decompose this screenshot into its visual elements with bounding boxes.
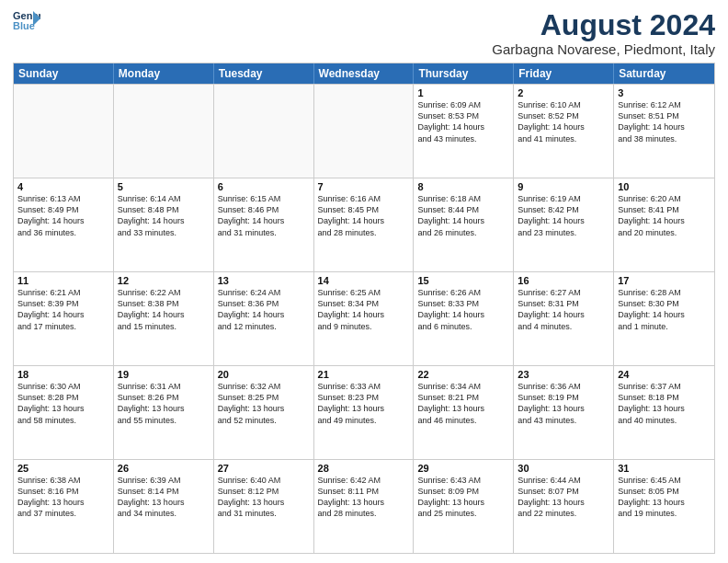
day-cell-19: 19Sunrise: 6:31 AM Sunset: 8:26 PM Dayli… bbox=[114, 366, 214, 459]
title-block: August 2024 Garbagna Novarese, Piedmont,… bbox=[492, 9, 715, 57]
day-info: Sunrise: 6:16 AM Sunset: 8:45 PM Dayligh… bbox=[318, 193, 410, 238]
logo-icon: General Blue bbox=[13, 9, 40, 31]
day-number: 18 bbox=[17, 369, 109, 380]
day-cell-28: 28Sunrise: 6:42 AM Sunset: 8:11 PM Dayli… bbox=[314, 460, 415, 553]
svg-text:Blue: Blue bbox=[13, 20, 35, 31]
header-day-wednesday: Wednesday bbox=[314, 63, 415, 84]
day-cell-16: 16Sunrise: 6:27 AM Sunset: 8:31 PM Dayli… bbox=[514, 272, 614, 365]
page: General Blue August 2024 Garbagna Novare… bbox=[0, 0, 728, 563]
day-cell-2: 2Sunrise: 6:10 AM Sunset: 8:52 PM Daylig… bbox=[514, 85, 614, 178]
day-number: 26 bbox=[118, 463, 210, 474]
day-cell-7: 7Sunrise: 6:16 AM Sunset: 8:45 PM Daylig… bbox=[314, 178, 415, 271]
day-info: Sunrise: 6:28 AM Sunset: 8:30 PM Dayligh… bbox=[618, 287, 711, 332]
day-cell-15: 15Sunrise: 6:26 AM Sunset: 8:33 PM Dayli… bbox=[414, 272, 514, 365]
day-number: 5 bbox=[118, 181, 210, 192]
day-info: Sunrise: 6:22 AM Sunset: 8:38 PM Dayligh… bbox=[118, 287, 210, 332]
calendar-header: SundayMondayTuesdayWednesdayThursdayFrid… bbox=[14, 63, 714, 84]
day-info: Sunrise: 6:26 AM Sunset: 8:33 PM Dayligh… bbox=[417, 287, 509, 332]
day-cell-10: 10Sunrise: 6:20 AM Sunset: 8:41 PM Dayli… bbox=[614, 178, 714, 271]
day-number: 16 bbox=[518, 275, 609, 286]
day-info: Sunrise: 6:33 AM Sunset: 8:23 PM Dayligh… bbox=[318, 381, 410, 426]
day-info: Sunrise: 6:34 AM Sunset: 8:21 PM Dayligh… bbox=[417, 381, 509, 426]
header-day-sunday: Sunday bbox=[14, 63, 114, 84]
day-number: 17 bbox=[618, 275, 711, 286]
day-info: Sunrise: 6:12 AM Sunset: 8:51 PM Dayligh… bbox=[618, 99, 711, 144]
day-info: Sunrise: 6:14 AM Sunset: 8:48 PM Dayligh… bbox=[118, 193, 210, 238]
day-number: 28 bbox=[318, 463, 410, 474]
day-info: Sunrise: 6:43 AM Sunset: 8:09 PM Dayligh… bbox=[417, 475, 509, 520]
day-number: 24 bbox=[618, 369, 711, 380]
day-number: 2 bbox=[518, 87, 609, 98]
empty-cell-0-1 bbox=[114, 85, 214, 178]
day-info: Sunrise: 6:20 AM Sunset: 8:41 PM Dayligh… bbox=[618, 193, 711, 238]
day-info: Sunrise: 6:18 AM Sunset: 8:44 PM Dayligh… bbox=[417, 193, 509, 238]
calendar: SundayMondayTuesdayWednesdayThursdayFrid… bbox=[13, 63, 715, 554]
day-cell-1: 1Sunrise: 6:09 AM Sunset: 8:53 PM Daylig… bbox=[414, 85, 514, 178]
day-info: Sunrise: 6:25 AM Sunset: 8:34 PM Dayligh… bbox=[318, 287, 410, 332]
day-info: Sunrise: 6:45 AM Sunset: 8:05 PM Dayligh… bbox=[618, 475, 711, 520]
day-number: 3 bbox=[618, 87, 711, 98]
day-info: Sunrise: 6:40 AM Sunset: 8:12 PM Dayligh… bbox=[218, 475, 310, 520]
day-number: 11 bbox=[17, 275, 109, 286]
day-info: Sunrise: 6:21 AM Sunset: 8:39 PM Dayligh… bbox=[17, 287, 109, 332]
day-cell-22: 22Sunrise: 6:34 AM Sunset: 8:21 PM Dayli… bbox=[414, 366, 514, 459]
day-cell-5: 5Sunrise: 6:14 AM Sunset: 8:48 PM Daylig… bbox=[114, 178, 214, 271]
day-cell-6: 6Sunrise: 6:15 AM Sunset: 8:46 PM Daylig… bbox=[214, 178, 314, 271]
day-cell-30: 30Sunrise: 6:44 AM Sunset: 8:07 PM Dayli… bbox=[514, 460, 614, 553]
day-number: 30 bbox=[518, 463, 609, 474]
empty-cell-0-2 bbox=[214, 85, 314, 178]
day-info: Sunrise: 6:09 AM Sunset: 8:53 PM Dayligh… bbox=[417, 99, 509, 144]
header-day-monday: Monday bbox=[114, 63, 214, 84]
calendar-row-3: 18Sunrise: 6:30 AM Sunset: 8:28 PM Dayli… bbox=[14, 365, 714, 459]
day-info: Sunrise: 6:36 AM Sunset: 8:19 PM Dayligh… bbox=[518, 381, 609, 426]
day-info: Sunrise: 6:31 AM Sunset: 8:26 PM Dayligh… bbox=[118, 381, 210, 426]
day-info: Sunrise: 6:19 AM Sunset: 8:42 PM Dayligh… bbox=[518, 193, 609, 238]
day-cell-11: 11Sunrise: 6:21 AM Sunset: 8:39 PM Dayli… bbox=[14, 272, 114, 365]
day-number: 29 bbox=[417, 463, 509, 474]
day-cell-8: 8Sunrise: 6:18 AM Sunset: 8:44 PM Daylig… bbox=[414, 178, 514, 271]
calendar-body: 1Sunrise: 6:09 AM Sunset: 8:53 PM Daylig… bbox=[14, 84, 714, 553]
header-day-saturday: Saturday bbox=[614, 63, 714, 84]
day-info: Sunrise: 6:13 AM Sunset: 8:49 PM Dayligh… bbox=[17, 193, 109, 238]
day-number: 31 bbox=[618, 463, 711, 474]
calendar-row-1: 4Sunrise: 6:13 AM Sunset: 8:49 PM Daylig… bbox=[14, 178, 714, 271]
day-number: 9 bbox=[518, 181, 609, 192]
day-info: Sunrise: 6:24 AM Sunset: 8:36 PM Dayligh… bbox=[218, 287, 310, 332]
day-info: Sunrise: 6:37 AM Sunset: 8:18 PM Dayligh… bbox=[618, 381, 711, 426]
day-cell-29: 29Sunrise: 6:43 AM Sunset: 8:09 PM Dayli… bbox=[414, 460, 514, 553]
day-cell-12: 12Sunrise: 6:22 AM Sunset: 8:38 PM Dayli… bbox=[114, 272, 214, 365]
day-number: 23 bbox=[518, 369, 609, 380]
day-number: 14 bbox=[318, 275, 410, 286]
calendar-row-0: 1Sunrise: 6:09 AM Sunset: 8:53 PM Daylig… bbox=[14, 84, 714, 178]
day-cell-25: 25Sunrise: 6:38 AM Sunset: 8:16 PM Dayli… bbox=[14, 460, 114, 553]
day-number: 25 bbox=[17, 463, 109, 474]
header-day-thursday: Thursday bbox=[414, 63, 514, 84]
day-info: Sunrise: 6:44 AM Sunset: 8:07 PM Dayligh… bbox=[518, 475, 609, 520]
day-info: Sunrise: 6:32 AM Sunset: 8:25 PM Dayligh… bbox=[218, 381, 310, 426]
day-info: Sunrise: 6:27 AM Sunset: 8:31 PM Dayligh… bbox=[518, 287, 609, 332]
calendar-row-2: 11Sunrise: 6:21 AM Sunset: 8:39 PM Dayli… bbox=[14, 271, 714, 365]
header-day-tuesday: Tuesday bbox=[214, 63, 314, 84]
day-cell-31: 31Sunrise: 6:45 AM Sunset: 8:05 PM Dayli… bbox=[614, 460, 714, 553]
day-number: 1 bbox=[417, 87, 509, 98]
empty-cell-0-0 bbox=[14, 85, 114, 178]
day-number: 27 bbox=[218, 463, 310, 474]
header-day-friday: Friday bbox=[514, 63, 614, 84]
month-title: August 2024 bbox=[492, 9, 715, 41]
day-info: Sunrise: 6:39 AM Sunset: 8:14 PM Dayligh… bbox=[118, 475, 210, 520]
day-number: 22 bbox=[417, 369, 509, 380]
day-cell-3: 3Sunrise: 6:12 AM Sunset: 8:51 PM Daylig… bbox=[614, 85, 714, 178]
day-cell-24: 24Sunrise: 6:37 AM Sunset: 8:18 PM Dayli… bbox=[614, 366, 714, 459]
day-number: 15 bbox=[417, 275, 509, 286]
day-cell-21: 21Sunrise: 6:33 AM Sunset: 8:23 PM Dayli… bbox=[314, 366, 415, 459]
day-number: 4 bbox=[17, 181, 109, 192]
day-number: 7 bbox=[318, 181, 410, 192]
day-cell-27: 27Sunrise: 6:40 AM Sunset: 8:12 PM Dayli… bbox=[214, 460, 314, 553]
day-cell-23: 23Sunrise: 6:36 AM Sunset: 8:19 PM Dayli… bbox=[514, 366, 614, 459]
day-number: 12 bbox=[118, 275, 210, 286]
empty-cell-0-3 bbox=[314, 85, 415, 178]
day-cell-4: 4Sunrise: 6:13 AM Sunset: 8:49 PM Daylig… bbox=[14, 178, 114, 271]
day-number: 19 bbox=[118, 369, 210, 380]
day-cell-26: 26Sunrise: 6:39 AM Sunset: 8:14 PM Dayli… bbox=[114, 460, 214, 553]
day-cell-13: 13Sunrise: 6:24 AM Sunset: 8:36 PM Dayli… bbox=[214, 272, 314, 365]
